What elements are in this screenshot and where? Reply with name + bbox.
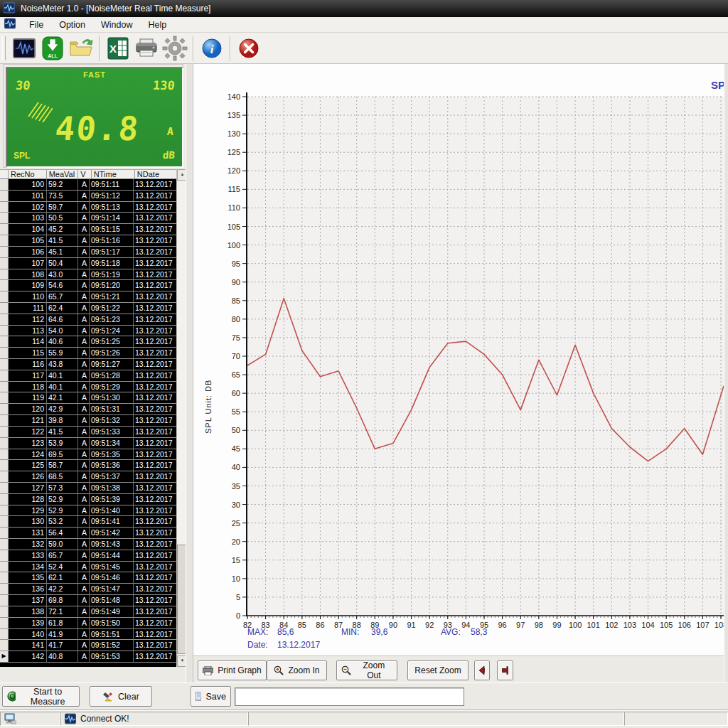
- row-selector-cell[interactable]: [0, 247, 9, 258]
- row-selector-cell[interactable]: [0, 640, 9, 651]
- table-row[interactable]: 11162.4A09:51:2213.12.2017: [0, 303, 176, 314]
- row-selector-cell[interactable]: [0, 539, 9, 550]
- clear-button[interactable]: Clear: [90, 686, 152, 707]
- row-selector-cell[interactable]: [0, 191, 9, 202]
- table-row[interactable]: 12668.5A09:51:3713.12.2017: [0, 471, 176, 483]
- reset-zoom-button[interactable]: Reset Zoom: [407, 660, 469, 680]
- row-selector-cell[interactable]: [0, 179, 9, 191]
- row-selector-cell[interactable]: [0, 505, 9, 517]
- chart-plot[interactable]: 0510152025303540455055606570758085909510…: [193, 64, 728, 655]
- record-all-icon[interactable]: ALL: [39, 35, 66, 62]
- table-row[interactable]: 11440.6A09:51:2513.12.2017: [0, 336, 176, 348]
- table-row[interactable]: 10541.5A09:51:1613.12.2017: [0, 235, 176, 247]
- start-to-measure-button[interactable]: Start to Measure: [2, 686, 80, 707]
- table-row[interactable]: 13053.2A09:51:4113.12.2017: [0, 516, 176, 528]
- export-excel-icon[interactable]: X: [105, 35, 132, 62]
- table-row[interactable]: 12353.9A09:51:3413.12.2017: [0, 438, 176, 449]
- row-selector-cell[interactable]: [0, 213, 9, 224]
- filename-input[interactable]: [235, 687, 464, 706]
- menu-option[interactable]: Option: [51, 18, 93, 31]
- row-selector-cell[interactable]: [0, 494, 9, 505]
- child-window-icon[interactable]: [4, 18, 16, 31]
- row-selector-cell[interactable]: [0, 415, 9, 427]
- table-row[interactable]: 13156.4A09:51:4213.12.2017: [0, 528, 176, 539]
- table-row[interactable]: 13961.8A09:51:5013.12.2017: [0, 618, 176, 629]
- table-row[interactable]: 11264.6A09:51:2313.12.2017: [0, 314, 176, 326]
- scroll-right-button[interactable]: [497, 660, 513, 680]
- table-row[interactable]: 12757.3A09:51:3813.12.2017: [0, 483, 176, 494]
- row-selector-cell[interactable]: [0, 269, 9, 281]
- row-selector-cell[interactable]: [0, 449, 9, 461]
- table-row[interactable]: 10750.4A09:51:1813.12.2017: [0, 258, 176, 269]
- table-row[interactable]: 13365.7A09:51:4413.12.2017: [0, 550, 176, 562]
- table-row[interactable]: 10645.1A09:51:1713.12.2017: [0, 247, 176, 258]
- table-row[interactable]: 11643.8A09:51:2713.12.2017: [0, 359, 176, 370]
- exit-icon[interactable]: [235, 35, 262, 62]
- table-row[interactable]: 11065.7A09:51:2113.12.2017: [0, 291, 176, 303]
- table-row[interactable]: 11354.0A09:51:2413.12.2017: [0, 326, 176, 337]
- table-row[interactable]: 10059.2A09:51:1113.12.2017: [0, 179, 176, 191]
- row-selector-cell[interactable]: [0, 314, 9, 326]
- table-row[interactable]: 13769.8A09:51:4813.12.2017: [0, 595, 176, 606]
- table-row[interactable]: 12139.8A09:51:3213.12.2017: [0, 415, 176, 427]
- row-selector-cell[interactable]: [0, 336, 9, 348]
- row-selector-cell[interactable]: [0, 483, 9, 494]
- table-row[interactable]: 14041.9A09:51:5113.12.2017: [0, 629, 176, 641]
- row-selector-cell[interactable]: [0, 370, 9, 382]
- info-icon[interactable]: i: [198, 35, 225, 62]
- table-row[interactable]: 13642.2A09:51:4713.12.2017: [0, 584, 176, 595]
- row-selector-cell[interactable]: [0, 382, 9, 393]
- table-row[interactable]: 10173.5A09:51:1213.12.2017: [0, 191, 176, 202]
- table-row[interactable]: 12042.9A09:51:3113.12.2017: [0, 404, 176, 415]
- row-selector-cell[interactable]: [0, 629, 9, 641]
- row-selector-cell[interactable]: ▶: [0, 651, 9, 663]
- table-row[interactable]: 11840.1A09:51:2913.12.2017: [0, 382, 176, 393]
- row-selector-cell[interactable]: [0, 606, 9, 618]
- row-selector-cell[interactable]: [0, 595, 9, 606]
- table-row[interactable]: 10954.6A09:51:2013.12.2017: [0, 280, 176, 291]
- print-icon[interactable]: [133, 35, 160, 62]
- row-selector-cell[interactable]: [0, 460, 9, 471]
- row-selector-cell[interactable]: [0, 516, 9, 528]
- menu-help[interactable]: Help: [140, 18, 174, 31]
- row-selector-cell[interactable]: [0, 572, 9, 584]
- row-selector-cell[interactable]: [0, 404, 9, 415]
- row-selector-cell[interactable]: [0, 438, 9, 449]
- table-scrollbar[interactable]: ▲ ▼: [176, 169, 186, 665]
- table-row[interactable]: 13452.4A09:51:4513.12.2017: [0, 562, 176, 573]
- row-selector-cell[interactable]: [0, 471, 9, 483]
- table-row[interactable]: 11942.1A09:51:3013.12.2017: [0, 392, 176, 404]
- table-row[interactable]: 10350.5A09:51:1413.12.2017: [0, 213, 176, 224]
- row-selector-cell[interactable]: [0, 528, 9, 539]
- table-row[interactable]: 12952.9A09:51:4013.12.2017: [0, 505, 176, 517]
- zoom-out-button[interactable]: Zoom Out: [336, 660, 397, 680]
- table-row[interactable]: 12558.7A09:51:3613.12.2017: [0, 460, 176, 471]
- table-row[interactable]: 13872.1A09:51:4913.12.2017: [0, 606, 176, 618]
- table-row[interactable]: ▶14240.8A09:51:5313.12.2017: [0, 651, 176, 663]
- table-row[interactable]: 11740.1A09:51:2813.12.2017: [0, 370, 176, 382]
- row-selector-cell[interactable]: [0, 291, 9, 303]
- zoom-in-button[interactable]: Zoom In: [267, 660, 327, 680]
- panel-divider[interactable]: [186, 64, 193, 682]
- save-button[interactable]: Save: [191, 686, 231, 707]
- table-row[interactable]: 10445.2A09:51:1513.12.2017: [0, 224, 176, 235]
- row-selector-cell[interactable]: [0, 280, 9, 291]
- row-selector-cell[interactable]: [0, 584, 9, 595]
- waveform-display-icon[interactable]: [11, 35, 38, 62]
- row-selector-cell[interactable]: [0, 348, 9, 359]
- table-row[interactable]: 12852.9A09:51:3913.12.2017: [0, 494, 176, 505]
- row-selector-cell[interactable]: [0, 562, 9, 573]
- table-row[interactable]: 10843.0A09:51:1913.12.2017: [0, 269, 176, 281]
- table-row[interactable]: 13562.1A09:51:4613.12.2017: [0, 572, 176, 584]
- menu-file[interactable]: File: [21, 18, 51, 31]
- row-selector-cell[interactable]: [0, 235, 9, 247]
- row-selector-cell[interactable]: [0, 427, 9, 438]
- table-row[interactable]: 12241.5A09:51:3313.12.2017: [0, 427, 176, 438]
- settings-gear-icon[interactable]: [161, 35, 188, 62]
- row-selector-cell[interactable]: [0, 258, 9, 269]
- row-selector-cell[interactable]: [0, 224, 9, 235]
- table-row[interactable]: 10259.7A09:51:1313.12.2017: [0, 202, 176, 213]
- row-selector-cell[interactable]: [0, 392, 9, 404]
- print-graph-button[interactable]: Print Graph: [198, 660, 267, 680]
- row-selector-cell[interactable]: [0, 326, 9, 337]
